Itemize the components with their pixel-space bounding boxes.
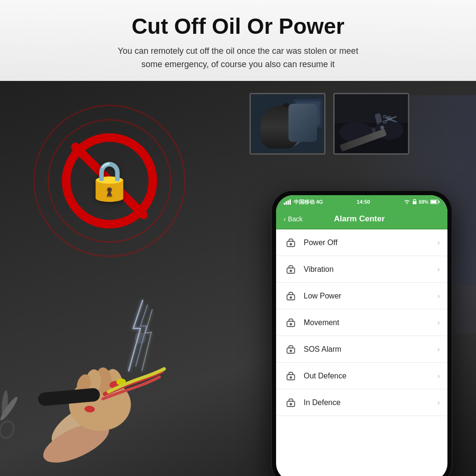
svg-point-52 xyxy=(290,376,292,378)
no-lock-area: 🔒 xyxy=(29,100,190,262)
svg-point-3 xyxy=(276,109,297,132)
low-power-icon xyxy=(284,289,298,303)
svg-rect-7 xyxy=(296,101,320,125)
back-chevron-icon: ‹ xyxy=(284,215,286,223)
menu-item-low-power[interactable]: Low Power › xyxy=(276,283,447,309)
movement-label: Movement xyxy=(304,318,432,327)
low-power-label: Low Power xyxy=(304,292,432,300)
sos-alarm-arrow: › xyxy=(437,345,440,354)
no-symbol: 🔒 xyxy=(62,133,157,228)
header-section: Cut Off Oil Or Power You can remotely cu… xyxy=(0,0,476,81)
vibration-arrow: › xyxy=(437,265,440,274)
svg-point-17 xyxy=(135,332,146,344)
menu-item-sos-alarm[interactable]: SOS Alarm › xyxy=(276,336,447,363)
menu-item-vibration[interactable]: Vibration › xyxy=(276,256,447,283)
lock-icon: 🔒 xyxy=(86,159,133,203)
svg-point-54 xyxy=(290,403,292,405)
photo-row xyxy=(249,93,409,155)
battery-label: 69% xyxy=(419,199,428,205)
subtitle-line2: some emergency, of course you also can r… xyxy=(141,60,335,69)
svg-point-46 xyxy=(290,296,292,298)
svg-point-14 xyxy=(375,120,404,139)
nav-bar: ‹ Back Alarm Center xyxy=(276,208,447,229)
svg-rect-40 xyxy=(431,200,436,203)
out-defence-arrow: › xyxy=(437,372,440,380)
svg-rect-33 xyxy=(284,203,285,205)
photo-thief-car xyxy=(249,93,326,155)
menu-item-out-defence[interactable]: Out Defence › xyxy=(276,363,447,389)
sos-alarm-icon xyxy=(284,342,298,357)
menu-item-in-defence[interactable]: In Defence › xyxy=(276,389,447,416)
sos-alarm-label: SOS Alarm xyxy=(304,345,432,354)
network-label: 4G xyxy=(316,199,323,205)
status-right: 69% xyxy=(404,199,440,205)
svg-rect-37 xyxy=(413,201,416,204)
phone-mockup: 中国移动 4G 14:50 xyxy=(271,190,452,476)
phone-screen: 中国移动 4G 14:50 xyxy=(276,195,447,476)
svg-point-44 xyxy=(290,269,292,272)
carrier-label: 中国移动 xyxy=(294,198,315,206)
low-power-arrow: › xyxy=(437,292,440,300)
menu-item-power-off[interactable]: Power Off › xyxy=(276,229,447,256)
power-off-icon xyxy=(284,236,298,250)
alarm-menu: Power Off › Vibration xyxy=(276,229,447,416)
svg-point-50 xyxy=(290,349,292,352)
lightning-effect xyxy=(95,295,190,381)
wifi-icon xyxy=(404,199,410,205)
back-button[interactable]: ‹ Back xyxy=(284,215,303,223)
battery-icon xyxy=(430,199,440,205)
out-defence-label: Out Defence xyxy=(304,372,432,380)
svg-point-4 xyxy=(280,103,293,119)
subtitle: You can remotely cut off the oil once th… xyxy=(38,44,438,72)
svg-point-16 xyxy=(380,126,384,129)
lock-status-icon xyxy=(412,199,417,205)
main-title: Cut Off Oil Or Power xyxy=(38,14,438,39)
svg-point-42 xyxy=(290,243,292,245)
nav-title: Alarm Center xyxy=(303,214,416,224)
vibration-label: Vibration xyxy=(304,265,432,274)
phone-content: 中国移动 4G 14:50 xyxy=(276,195,447,476)
power-off-arrow: › xyxy=(437,238,440,247)
svg-point-2 xyxy=(280,133,288,141)
subtitle-line1: You can remotely cut off the oil once th… xyxy=(118,46,358,56)
back-label: Back xyxy=(288,215,303,223)
phone-outer: 中国移动 4G 14:50 xyxy=(271,190,452,476)
movement-icon xyxy=(284,316,298,330)
in-defence-icon xyxy=(284,396,298,410)
svg-rect-35 xyxy=(288,200,289,205)
menu-list: Power Off › Vibration xyxy=(276,229,447,476)
menu-item-movement[interactable]: Movement › xyxy=(276,309,447,336)
svg-point-1 xyxy=(268,128,301,147)
svg-point-48 xyxy=(290,323,292,325)
movement-arrow: › xyxy=(437,318,440,327)
svg-rect-39 xyxy=(439,201,440,203)
time-label: 14:50 xyxy=(357,199,370,205)
vibration-icon xyxy=(284,262,298,277)
in-defence-label: In Defence xyxy=(304,398,432,407)
out-defence-icon xyxy=(284,369,298,383)
svg-rect-34 xyxy=(286,201,287,205)
in-defence-arrow: › xyxy=(437,398,440,407)
signal-icon xyxy=(284,199,292,205)
svg-point-15 xyxy=(339,122,373,143)
svg-rect-36 xyxy=(289,199,291,205)
status-left: 中国移动 4G xyxy=(284,198,323,206)
photo-wire-cut xyxy=(333,93,409,155)
power-off-label: Power Off xyxy=(304,238,432,247)
status-bar: 中国移动 4G 14:50 xyxy=(276,195,447,208)
svg-rect-5 xyxy=(280,109,293,117)
